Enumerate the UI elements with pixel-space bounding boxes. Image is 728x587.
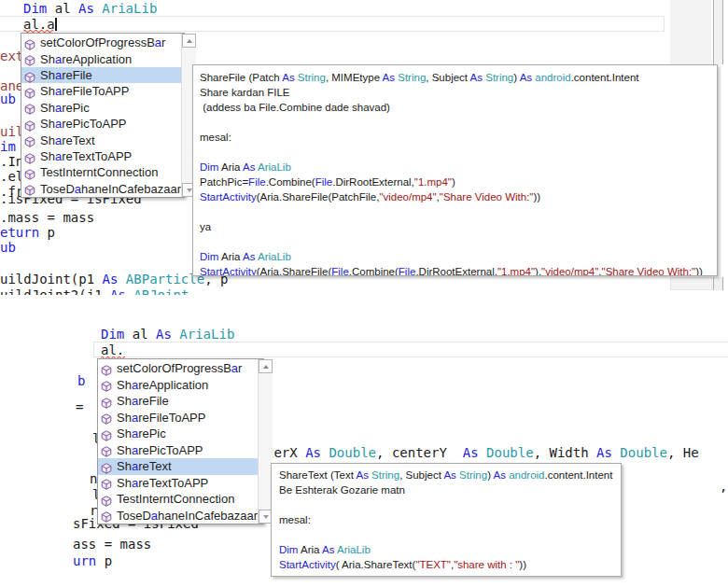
- code-token: AriaLib: [258, 161, 291, 173]
- code-token: android: [535, 72, 570, 83]
- autocomplete-popup: setColorOfProgressBarShareApplicationSha…: [97, 358, 264, 524]
- autocomplete-item-label: ShareFile: [117, 394, 169, 408]
- autocomplete-item[interactable]: SharePicToAPP: [98, 442, 258, 459]
- autocomplete-item[interactable]: ShareFile: [98, 393, 258, 410]
- editor-right-gutter: [670, 0, 712, 64]
- code-fragment: im: [0, 140, 16, 154]
- code-token: b: [77, 373, 85, 388]
- autocomplete-item-label: ShareFile: [40, 68, 92, 82]
- code-token: "share with : ": [454, 559, 519, 570]
- code-token: .DirRootExternal,: [332, 176, 414, 188]
- autocomplete-item[interactable]: ShareTextToAPP: [21, 148, 181, 164]
- code-fragment: ub: [0, 92, 16, 106]
- code-token: Aria: [218, 251, 243, 262]
- code-token: ( Aria.ShareText(: [336, 559, 416, 570]
- autocomplete-list: setColorOfProgressBarShareApplicationSha…: [98, 359, 258, 524]
- tooltip-line: [200, 145, 713, 160]
- tooltip-line: StartActivity(Aria.ShareFile(File.Combin…: [200, 264, 713, 276]
- code-token: im: [0, 139, 16, 154]
- code-token: , MIMEtype: [326, 72, 383, 83]
- autocomplete-item[interactable]: ShareFileToAPP: [98, 410, 258, 426]
- tooltip-line: (addess ba File.Combine dade shavad): [200, 100, 713, 115]
- code-token: "1.mp4": [497, 266, 535, 276]
- code-token: AriaLib: [258, 251, 291, 262]
- autocomplete-item[interactable]: ToseDahaneInCafebazaar: [98, 508, 258, 524]
- label-segment-post: reFile: [62, 68, 92, 82]
- code-token: mesal:: [200, 132, 231, 143]
- method-icon: [24, 151, 35, 162]
- autocomplete-item[interactable]: ShareApplication: [98, 377, 258, 394]
- code-token: "Share Video With:": [602, 266, 696, 276]
- code-token: )): [519, 559, 526, 570]
- autocomplete-item[interactable]: TestInterntConnection: [98, 491, 258, 508]
- autocomplete-item[interactable]: ToseDahaneInCafebazaar: [21, 181, 181, 197]
- autocomplete-item-label: ShareApplication: [117, 378, 208, 392]
- tooltip-content: ShareFile (Patch As String, MIMEtype As …: [193, 65, 717, 276]
- code-line-dim-al: Dim al As AriaLib: [101, 328, 234, 342]
- method-icon: [24, 183, 35, 194]
- scroll-up-button[interactable]: [182, 34, 196, 48]
- tooltip-line: Dim Aria As AriaLib: [279, 542, 617, 557]
- label-segment-pre: Sh: [117, 443, 132, 457]
- label-segment-pre: TestInterntConnection: [40, 165, 158, 179]
- label-segment-pre: Sh: [40, 101, 55, 115]
- tooltip-line: Be Eshterak Gozarie matn: [279, 482, 617, 497]
- code-fragment: .mass = mass: [0, 211, 94, 225]
- label-segment-post: haneInCafebazaar: [158, 509, 258, 523]
- code-token: "TEXT": [415, 559, 451, 570]
- autocomplete-item[interactable]: setColorOfProgressBar: [98, 360, 258, 377]
- autocomplete-item[interactable]: SharePic: [98, 426, 258, 442]
- label-segment-post: haneInCafebazaar: [81, 182, 181, 196]
- method-icon: [101, 428, 112, 440]
- autocomplete-item[interactable]: ShareTextToAPP: [98, 475, 258, 492]
- autocomplete-item[interactable]: SharePic: [21, 100, 181, 116]
- code-token: ShareFile (Patch: [200, 72, 282, 83]
- label-segment-pre: Sh: [40, 149, 55, 163]
- autocomplete-item[interactable]: ShareFile: [21, 67, 181, 83]
- autocomplete-item[interactable]: TestInterntConnection: [21, 164, 181, 180]
- code-token: As: [463, 445, 479, 460]
- autocomplete-item[interactable]: ShareText: [98, 458, 258, 475]
- method-icon: [24, 37, 35, 49]
- tooltip-line: ya: [200, 219, 713, 234]
- autocomplete-item-label: SharePicToAPP: [40, 117, 127, 131]
- code-token: )): [695, 266, 703, 276]
- autocomplete-item[interactable]: ShareFileToAPP: [21, 83, 181, 99]
- label-segment-post: reFileToAPP: [138, 411, 205, 425]
- code-token: Aria: [298, 544, 322, 555]
- autocomplete-item-label: ShareTextToAPP: [117, 476, 208, 490]
- method-icon: [24, 70, 35, 81]
- vertical-scrollbar[interactable]: [713, 0, 723, 64]
- scroll-up-button[interactable]: [259, 359, 273, 373]
- vertical-scrollbar-segment[interactable]: [713, 277, 723, 290]
- code-token: As: [78, 1, 94, 16]
- code-token: File: [331, 266, 349, 276]
- autocomplete-item[interactable]: ShareApplication: [21, 50, 181, 66]
- code-token: File: [248, 176, 266, 188]
- code-fragment: b: [77, 374, 85, 388]
- code-line-dim-al: Dim al As AriaLib: [23, 2, 157, 16]
- code-token: PatchPic=: [200, 176, 248, 188]
- code-token: al: [124, 327, 156, 342]
- code-token: , Width: [534, 445, 596, 460]
- label-segment-post: rePic: [62, 101, 90, 115]
- autocomplete-item-label: ShareFileToAPP: [117, 411, 205, 425]
- autocomplete-item[interactable]: ShareText: [21, 132, 181, 147]
- code-token: )): [533, 191, 540, 203]
- tooltip-line: Dim Aria As AriaLib: [200, 160, 713, 175]
- code-token: As: [383, 72, 395, 83]
- code-token: File: [399, 266, 416, 276]
- tooltip-line: Dim Aria As AriaLib: [200, 249, 713, 264]
- method-icon: [101, 510, 112, 521]
- code-token: .DirRootExternal,: [415, 266, 497, 276]
- autocomplete-item[interactable]: SharePicToAPP: [21, 116, 181, 132]
- code-token: String: [371, 469, 399, 481]
- method-icon: [24, 102, 35, 113]
- autocomplete-item[interactable]: setColorOfProgressBar: [21, 35, 181, 50]
- code-fragment: eturn p: [0, 226, 55, 240]
- tooltip-line: [200, 204, 713, 219]
- label-segment-post: reText: [62, 133, 94, 147]
- ide-editor-canvas[interactable]: Dim al As AriaLib al.a ext ane ub uil im…: [0, 0, 728, 587]
- code-token: , Subject: [426, 72, 469, 83]
- autocomplete-item-label: setColorOfProgressBar: [40, 35, 165, 49]
